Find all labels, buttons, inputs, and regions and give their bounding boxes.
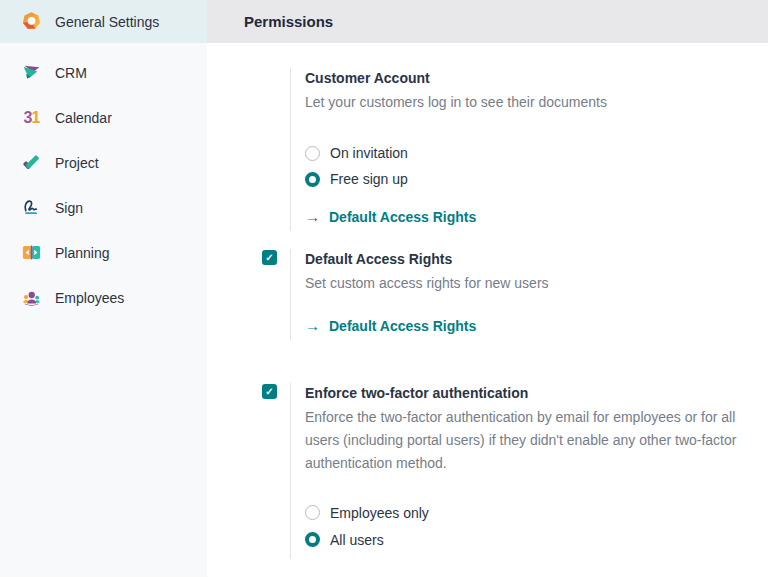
settings-sidebar: General Settings CRM 31 Calendar [0, 0, 207, 577]
arrow-right-icon: → [305, 317, 320, 334]
two-factor-radio-group: Employees only All users [305, 499, 756, 553]
sidebar-item-employees[interactable]: Employees [0, 275, 207, 320]
setting-description: Let your customers log in to see their d… [305, 91, 756, 114]
settings-app: General Settings CRM 31 Calendar [0, 0, 768, 577]
sidebar-item-project[interactable]: Project [0, 140, 207, 185]
link-label: Default Access Rights [329, 318, 476, 334]
radio-option-on-invitation[interactable]: On invitation [305, 140, 756, 166]
sidebar-item-label: Employees [55, 290, 124, 306]
setting-default-access-rights: ✓ Default Access Rights Set custom acces… [262, 249, 768, 340]
radio-label: On invitation [330, 145, 408, 161]
setting-description: Enforce the two-factor authentication by… [305, 406, 756, 475]
radio-label: All users [330, 532, 384, 548]
radio-selected-icon [305, 172, 320, 187]
sidebar-item-label: General Settings [55, 14, 159, 30]
sidebar-item-calendar[interactable]: 31 Calendar [0, 95, 207, 140]
sidebar-item-label: CRM [55, 65, 87, 81]
setting-title: Customer Account [305, 68, 756, 88]
sidebar-item-general-settings[interactable]: General Settings [0, 0, 207, 43]
sidebar-list: CRM 31 Calendar Project [0, 50, 207, 320]
sidebar-item-label: Calendar [55, 110, 112, 126]
planning-icon [21, 242, 42, 263]
default-access-rights-link[interactable]: → Default Access Rights [305, 208, 756, 225]
calendar-icon: 31 [21, 107, 42, 128]
radio-option-free-sign-up[interactable]: Free sign up [305, 166, 756, 192]
setting-right-pane: Customer Account Let your customers log … [290, 68, 756, 231]
setting-left-pane: ✓ [262, 249, 290, 340]
radio-selected-icon [305, 532, 320, 547]
sidebar-item-sign[interactable]: Sign [0, 185, 207, 230]
sidebar-item-label: Project [55, 155, 99, 171]
sidebar-item-planning[interactable]: Planning [0, 230, 207, 275]
setting-title: Default Access Rights [305, 249, 756, 269]
arrow-right-icon: → [305, 208, 320, 225]
project-icon [21, 152, 42, 173]
radio-option-all-users[interactable]: All users [305, 526, 756, 553]
section-header: Permissions [207, 0, 768, 43]
radio-label: Employees only [330, 505, 429, 521]
settings-body: Customer Account Let your customers log … [207, 43, 768, 559]
setting-description: Set custom access rights for new users [305, 272, 756, 295]
radio-option-employees-only[interactable]: Employees only [305, 499, 756, 526]
radio-unselected-icon [305, 505, 320, 520]
page-title: Permissions [244, 13, 333, 30]
setting-right-pane: Enforce two-factor authentication Enforc… [290, 383, 756, 559]
default-access-rights-link[interactable]: → Default Access Rights [305, 317, 756, 334]
radio-unselected-icon [305, 146, 320, 161]
setting-two-factor-authentication: ✓ Enforce two-factor authentication Enfo… [262, 383, 768, 559]
general-settings-icon [21, 11, 42, 32]
sidebar-item-label: Sign [55, 200, 83, 216]
two-factor-checkbox[interactable]: ✓ [262, 384, 277, 399]
sidebar-item-crm[interactable]: CRM [0, 50, 207, 95]
setting-right-pane: Default Access Rights Set custom access … [290, 249, 756, 340]
crm-icon [21, 62, 42, 83]
setting-customer-account: Customer Account Let your customers log … [262, 68, 768, 231]
setting-title: Enforce two-factor authentication [305, 383, 756, 403]
radio-label: Free sign up [330, 171, 408, 187]
default-access-rights-checkbox[interactable]: ✓ [262, 250, 277, 265]
sidebar-item-label: Planning [55, 245, 110, 261]
settings-main: Permissions Customer Account Let your cu… [207, 0, 768, 577]
setting-left-pane [262, 68, 290, 231]
sign-icon [21, 197, 42, 218]
customer-account-radio-group: On invitation Free sign up [305, 140, 756, 192]
link-label: Default Access Rights [329, 209, 476, 225]
setting-left-pane: ✓ [262, 383, 290, 559]
employees-icon [21, 287, 42, 308]
